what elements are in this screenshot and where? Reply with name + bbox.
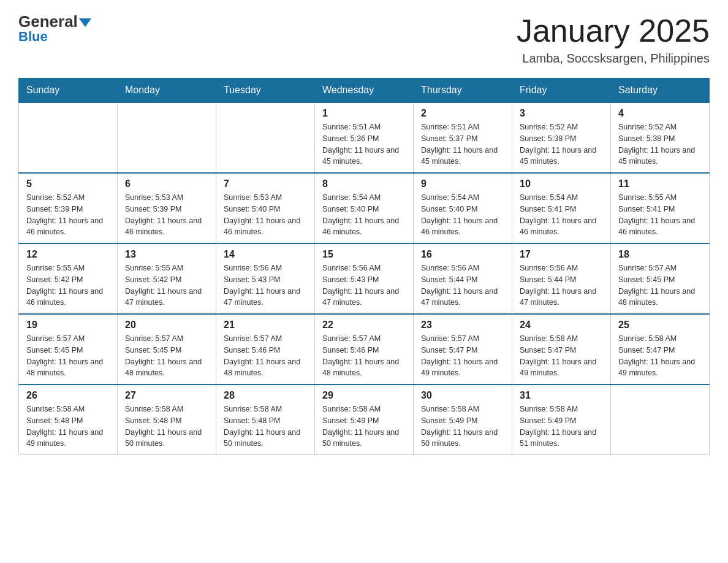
calendar-header-saturday: Saturday [611,79,710,103]
calendar-cell: 4Sunrise: 5:52 AMSunset: 5:38 PMDaylight… [611,102,710,173]
calendar-cell: 28Sunrise: 5:58 AMSunset: 5:48 PMDayligh… [216,385,315,455]
day-number: 3 [520,108,603,119]
day-number: 13 [125,249,208,260]
day-number: 17 [520,249,603,260]
day-number: 24 [520,320,603,331]
day-info: Sunrise: 5:51 AMSunset: 5:37 PMDaylight:… [421,121,504,167]
calendar-week-row: 19Sunrise: 5:57 AMSunset: 5:45 PMDayligh… [19,314,710,385]
calendar-cell: 13Sunrise: 5:55 AMSunset: 5:42 PMDayligh… [118,243,216,314]
day-number: 14 [224,249,307,260]
day-info: Sunrise: 5:55 AMSunset: 5:42 PMDaylight:… [26,262,110,308]
day-info: Sunrise: 5:55 AMSunset: 5:42 PMDaylight:… [125,262,208,308]
calendar-header-tuesday: Tuesday [216,79,315,103]
day-number: 8 [322,178,406,190]
calendar-header-sunday: Sunday [19,79,118,103]
day-number: 31 [520,390,603,401]
day-number: 6 [125,178,208,190]
day-number: 12 [26,249,110,260]
month-title: January 2025 [517,12,710,49]
calendar-week-row: 5Sunrise: 5:52 AMSunset: 5:39 PMDaylight… [19,173,710,243]
day-number: 28 [224,390,307,401]
logo-blue: Blue [18,29,48,45]
calendar-week-row: 26Sunrise: 5:58 AMSunset: 5:48 PMDayligh… [19,385,710,455]
calendar-cell: 24Sunrise: 5:58 AMSunset: 5:47 PMDayligh… [512,314,611,385]
calendar-cell: 6Sunrise: 5:53 AMSunset: 5:39 PMDaylight… [118,173,216,243]
calendar-header-row: SundayMondayTuesdayWednesdayThursdayFrid… [19,79,710,103]
day-number: 7 [224,178,307,190]
calendar-cell: 21Sunrise: 5:57 AMSunset: 5:46 PMDayligh… [216,314,315,385]
day-number: 2 [421,108,504,119]
day-info: Sunrise: 5:55 AMSunset: 5:41 PMDaylight:… [618,192,702,238]
calendar-header-thursday: Thursday [414,79,512,103]
calendar-cell: 3Sunrise: 5:52 AMSunset: 5:38 PMDaylight… [512,102,611,173]
calendar-cell: 26Sunrise: 5:58 AMSunset: 5:48 PMDayligh… [19,385,118,455]
calendar-cell: 5Sunrise: 5:52 AMSunset: 5:39 PMDaylight… [19,173,118,243]
calendar-cell [611,385,710,455]
calendar-table: SundayMondayTuesdayWednesdayThursdayFrid… [18,78,710,455]
day-info: Sunrise: 5:52 AMSunset: 5:38 PMDaylight:… [520,121,603,167]
day-number: 9 [421,178,504,190]
day-number: 29 [322,390,406,401]
calendar-cell: 1Sunrise: 5:51 AMSunset: 5:36 PMDaylight… [315,102,414,173]
day-number: 23 [421,320,504,331]
calendar-header-monday: Monday [118,79,216,103]
day-info: Sunrise: 5:58 AMSunset: 5:47 PMDaylight:… [520,333,603,379]
day-info: Sunrise: 5:56 AMSunset: 5:43 PMDaylight:… [224,262,307,308]
calendar-cell: 30Sunrise: 5:58 AMSunset: 5:49 PMDayligh… [414,385,512,455]
calendar-cell: 18Sunrise: 5:57 AMSunset: 5:45 PMDayligh… [611,243,710,314]
day-number: 25 [618,320,702,331]
day-number: 11 [618,178,702,190]
calendar-cell: 11Sunrise: 5:55 AMSunset: 5:41 PMDayligh… [611,173,710,243]
logo: General Blue [18,12,91,45]
calendar-cell [19,102,118,173]
calendar-cell: 31Sunrise: 5:58 AMSunset: 5:49 PMDayligh… [512,385,611,455]
calendar-header-wednesday: Wednesday [315,79,414,103]
day-info: Sunrise: 5:52 AMSunset: 5:39 PMDaylight:… [26,192,110,238]
calendar-cell: 17Sunrise: 5:56 AMSunset: 5:44 PMDayligh… [512,243,611,314]
day-number: 30 [421,390,504,401]
day-info: Sunrise: 5:58 AMSunset: 5:48 PMDaylight:… [224,404,307,450]
day-info: Sunrise: 5:58 AMSunset: 5:49 PMDaylight:… [520,404,603,450]
calendar-cell [118,102,216,173]
calendar-cell: 10Sunrise: 5:54 AMSunset: 5:41 PMDayligh… [512,173,611,243]
day-number: 27 [125,390,208,401]
calendar-week-row: 12Sunrise: 5:55 AMSunset: 5:42 PMDayligh… [19,243,710,314]
day-info: Sunrise: 5:57 AMSunset: 5:45 PMDaylight:… [125,333,208,379]
calendar-week-row: 1Sunrise: 5:51 AMSunset: 5:36 PMDaylight… [19,102,710,173]
day-info: Sunrise: 5:52 AMSunset: 5:38 PMDaylight:… [618,121,702,167]
calendar-cell: 19Sunrise: 5:57 AMSunset: 5:45 PMDayligh… [19,314,118,385]
day-number: 18 [618,249,702,260]
calendar-cell: 2Sunrise: 5:51 AMSunset: 5:37 PMDaylight… [414,102,512,173]
day-number: 5 [26,178,110,190]
day-info: Sunrise: 5:58 AMSunset: 5:48 PMDaylight:… [26,404,110,450]
calendar-cell: 23Sunrise: 5:57 AMSunset: 5:47 PMDayligh… [414,314,512,385]
calendar-cell: 16Sunrise: 5:56 AMSunset: 5:44 PMDayligh… [414,243,512,314]
day-info: Sunrise: 5:51 AMSunset: 5:36 PMDaylight:… [322,121,406,167]
day-info: Sunrise: 5:56 AMSunset: 5:43 PMDaylight:… [322,262,406,308]
calendar-cell: 8Sunrise: 5:54 AMSunset: 5:40 PMDaylight… [315,173,414,243]
calendar-cell: 12Sunrise: 5:55 AMSunset: 5:42 PMDayligh… [19,243,118,314]
day-info: Sunrise: 5:58 AMSunset: 5:47 PMDaylight:… [618,333,702,379]
calendar-cell: 22Sunrise: 5:57 AMSunset: 5:46 PMDayligh… [315,314,414,385]
calendar-cell [216,102,315,173]
day-number: 10 [520,178,603,190]
day-info: Sunrise: 5:53 AMSunset: 5:39 PMDaylight:… [125,192,208,238]
day-number: 20 [125,320,208,331]
day-info: Sunrise: 5:57 AMSunset: 5:47 PMDaylight:… [421,333,504,379]
day-info: Sunrise: 5:54 AMSunset: 5:40 PMDaylight:… [421,192,504,238]
logo-arrow-icon [79,18,91,27]
day-info: Sunrise: 5:54 AMSunset: 5:40 PMDaylight:… [322,192,406,238]
day-info: Sunrise: 5:53 AMSunset: 5:40 PMDaylight:… [224,192,307,238]
day-info: Sunrise: 5:57 AMSunset: 5:45 PMDaylight:… [618,262,702,308]
title-section: January 2025 Lamba, Soccsksargen, Philip… [517,12,710,66]
location: Lamba, Soccsksargen, Philippines [517,52,710,66]
day-info: Sunrise: 5:56 AMSunset: 5:44 PMDaylight:… [421,262,504,308]
day-info: Sunrise: 5:57 AMSunset: 5:45 PMDaylight:… [26,333,110,379]
day-number: 21 [224,320,307,331]
day-info: Sunrise: 5:58 AMSunset: 5:49 PMDaylight:… [322,404,406,450]
day-number: 26 [26,390,110,401]
day-number: 22 [322,320,406,331]
day-number: 16 [421,249,504,260]
calendar-cell: 29Sunrise: 5:58 AMSunset: 5:49 PMDayligh… [315,385,414,455]
calendar-cell: 14Sunrise: 5:56 AMSunset: 5:43 PMDayligh… [216,243,315,314]
